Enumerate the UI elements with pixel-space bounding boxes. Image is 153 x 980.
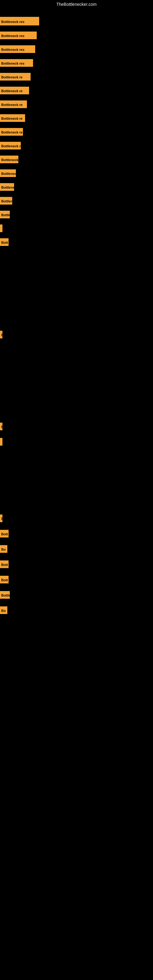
bar-item-5: Bottleneck re [0, 87, 29, 94]
bar-item-11: Bottleneck [0, 169, 16, 177]
bar-item-10: Bottleneck r [0, 156, 18, 163]
site-title: TheBottlenecker.com [0, 0, 153, 9]
bar-item-23: Bott [0, 560, 9, 568]
bar-item-9: Bottleneck re [0, 142, 21, 150]
bar-item-2: Bottleneck res [0, 45, 35, 53]
bar-item-14: Bottle [0, 211, 10, 218]
bar-item-24: Bott [0, 576, 9, 584]
bar-item-16: Bott [0, 238, 9, 246]
bar-item-1: Bottleneck res [0, 32, 37, 39]
bar-item-3: Bottleneck res [0, 59, 33, 67]
bar-item-6: Bottleneck re [0, 100, 27, 108]
bar-item-7: Bottleneck re [0, 114, 25, 122]
bar-item-17: B [0, 331, 2, 339]
bar-item-25: Bottle [0, 591, 10, 599]
bar-item-18: B [0, 423, 2, 430]
bar-item-8: Bottleneck re [0, 128, 23, 136]
bar-item-4: Bottleneck re [0, 73, 30, 81]
bar-item-22: Bo [0, 545, 7, 553]
bar-item-0: Bottleneck res [0, 17, 39, 25]
bar-item-12: Bottleneck [0, 183, 14, 191]
bar-item-26: Bo [0, 606, 7, 614]
bar-item-15 [0, 224, 2, 232]
bar-item-19 [0, 438, 2, 445]
bar-item-20: B [0, 514, 2, 522]
bar-item-13: Bottleneck [0, 197, 12, 205]
bar-item-21: Bott [0, 530, 9, 538]
